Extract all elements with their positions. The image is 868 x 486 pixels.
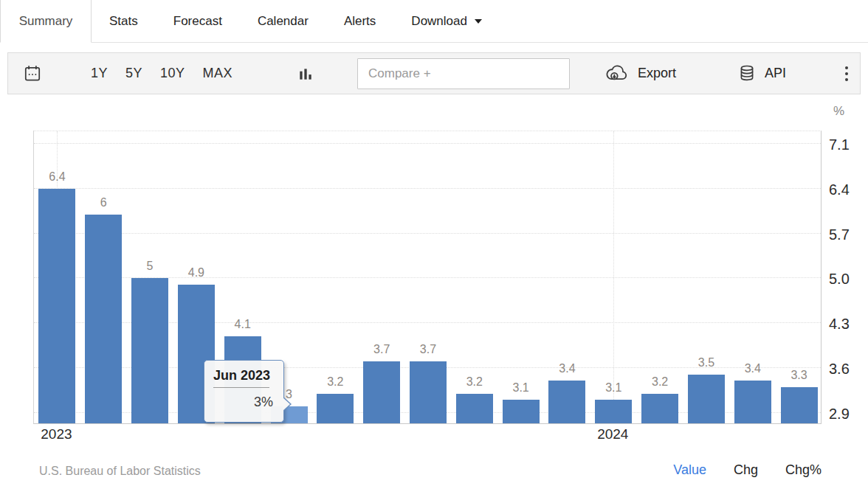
bar-3.4[interactable] bbox=[548, 381, 585, 423]
cloud-download-icon bbox=[604, 64, 630, 83]
tooltip-title: Jun 2023 bbox=[204, 361, 283, 387]
y-tick-label: 7.1 bbox=[829, 136, 866, 153]
tab-bar: SummaryStatsForecastCalendarAlertsDownlo… bbox=[0, 0, 868, 43]
gridline bbox=[34, 143, 821, 144]
mode-link-chgpct[interactable]: Chg% bbox=[785, 462, 822, 478]
range-button-10y[interactable]: 10Y bbox=[160, 66, 185, 81]
y-tick-label: 6.4 bbox=[829, 181, 866, 198]
range-buttons: 1Y5Y10YMAX bbox=[91, 53, 232, 94]
bar-value-label: 4.9 bbox=[173, 266, 219, 280]
tooltip-value: 3% bbox=[204, 388, 283, 410]
y-tick-label: 4.3 bbox=[829, 316, 866, 332]
tab-alerts[interactable]: Alerts bbox=[326, 0, 393, 42]
bar-3.1[interactable] bbox=[595, 400, 632, 423]
export-button[interactable]: Export bbox=[604, 53, 676, 94]
bar-value-label: 3.4 bbox=[544, 362, 590, 375]
bar-value-label: 5 bbox=[127, 260, 173, 273]
bar-value-label: 3.1 bbox=[590, 381, 637, 395]
data-source-label: U.S. Bureau of Labor Statistics bbox=[39, 465, 201, 478]
chart-toolbar: 1Y5Y10YMAX Export bbox=[7, 52, 861, 94]
mode-link-value[interactable]: Value bbox=[673, 462, 706, 478]
bar-3.2[interactable] bbox=[456, 394, 493, 423]
tab-label: Alerts bbox=[344, 14, 376, 29]
api-label: API bbox=[765, 66, 786, 81]
tab-summary[interactable]: Summary bbox=[0, 0, 92, 43]
tab-calendar[interactable]: Calendar bbox=[240, 0, 326, 42]
compare-input[interactable] bbox=[357, 58, 570, 89]
tab-stats[interactable]: Stats bbox=[92, 0, 156, 42]
plot-area: 6.4654.94.133.23.73.73.23.13.43.13.23.53… bbox=[33, 131, 822, 424]
bar-3.4[interactable] bbox=[734, 381, 771, 423]
bar-value-label: 6 bbox=[80, 196, 127, 209]
year-label: 2024 bbox=[587, 426, 638, 444]
y-tick-label: 5.7 bbox=[829, 226, 866, 243]
mode-link-chg[interactable]: Chg bbox=[734, 462, 758, 478]
chart-page: SummaryStatsForecastCalendarAlertsDownlo… bbox=[0, 0, 868, 486]
bar-value-label: 3.5 bbox=[683, 356, 730, 369]
bar-value-label: 3.2 bbox=[637, 375, 683, 389]
y-axis-unit: % bbox=[833, 104, 844, 119]
tab-label: Download bbox=[411, 14, 467, 29]
y-tick-label: 2.9 bbox=[829, 406, 866, 422]
bar-value-label: 3.7 bbox=[405, 343, 452, 356]
year-gridline bbox=[613, 131, 614, 423]
api-button[interactable]: API bbox=[737, 53, 786, 94]
bar-6[interactable] bbox=[85, 215, 122, 423]
calendar-icon bbox=[23, 64, 42, 83]
bar-value-label: 3.1 bbox=[497, 381, 544, 395]
bar-value-label: 3.3 bbox=[776, 369, 822, 382]
range-button-1y[interactable]: 1Y bbox=[91, 66, 108, 81]
compare-field-wrap bbox=[357, 53, 570, 94]
kebab-menu-icon[interactable] bbox=[838, 53, 855, 94]
y-tick-label: 3.6 bbox=[829, 361, 866, 377]
tab-download[interactable]: Download bbox=[393, 0, 500, 42]
bar-value-label: 4.1 bbox=[219, 318, 266, 331]
bar-value-label: 3.2 bbox=[451, 375, 497, 389]
bar-3.7[interactable] bbox=[410, 361, 447, 423]
bar-3.2[interactable] bbox=[641, 394, 678, 423]
year-label: 2023 bbox=[30, 426, 82, 444]
bar-value-label: 3.7 bbox=[359, 343, 405, 356]
bar-3.1[interactable] bbox=[503, 400, 540, 423]
bar-3.7[interactable] bbox=[363, 361, 400, 423]
bar-value-label: 3.2 bbox=[312, 375, 359, 389]
export-label: Export bbox=[638, 66, 676, 81]
tab-label: Summary bbox=[19, 14, 73, 29]
chart-tooltip: Jun 2023 3% bbox=[204, 360, 284, 423]
tab-forecast[interactable]: Forecast bbox=[156, 0, 240, 42]
tab-label: Stats bbox=[109, 14, 138, 29]
caret-down-icon bbox=[475, 19, 482, 24]
bar-3.3[interactable] bbox=[781, 387, 818, 423]
range-button-max[interactable]: MAX bbox=[203, 66, 233, 81]
bar-value-label: 3.4 bbox=[729, 362, 776, 375]
bar-value-label: 6.4 bbox=[34, 170, 80, 184]
column-chart-icon bbox=[297, 66, 314, 82]
chart-type-button[interactable] bbox=[297, 53, 314, 94]
gridline bbox=[34, 188, 821, 189]
date-range-button[interactable] bbox=[23, 53, 42, 94]
bar-5[interactable] bbox=[131, 278, 168, 423]
series-mode-switch: ValueChgChg% bbox=[673, 462, 822, 478]
bar-3.2[interactable] bbox=[317, 394, 354, 423]
y-tick-label: 5.0 bbox=[829, 271, 866, 287]
tab-label: Calendar bbox=[258, 14, 309, 29]
range-button-5y[interactable]: 5Y bbox=[125, 66, 142, 81]
database-icon bbox=[737, 63, 757, 84]
gridline bbox=[34, 233, 821, 234]
tab-label: Forecast bbox=[173, 14, 222, 29]
bar-3.5[interactable] bbox=[688, 375, 725, 423]
bar-6.4[interactable] bbox=[38, 189, 75, 423]
